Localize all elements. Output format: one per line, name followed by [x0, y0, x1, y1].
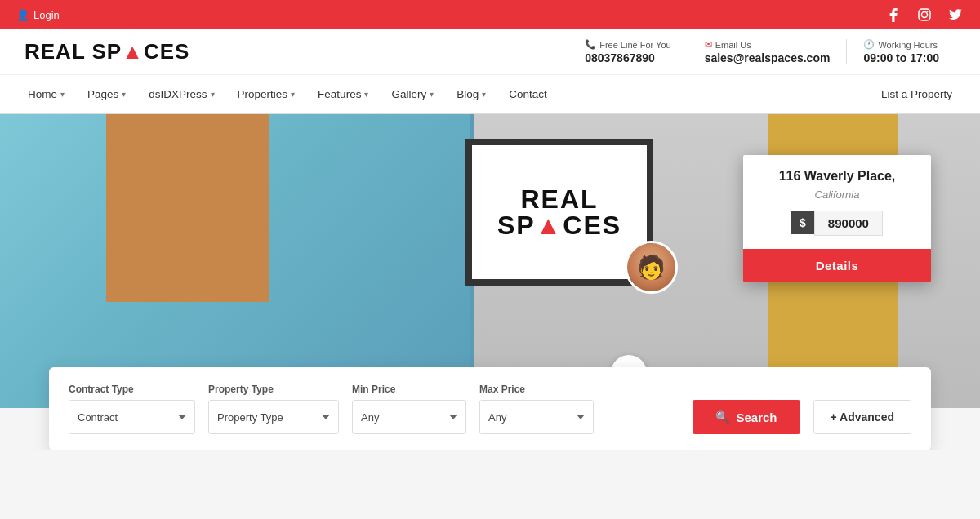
login-area[interactable]: 👤 Login — [16, 9, 60, 21]
property-price-row: $ 890000 — [756, 211, 918, 236]
contact-hours-value: 09:00 to 17:00 — [863, 51, 939, 64]
property-card-body: 116 Waverly Place, California $ 890000 — [743, 155, 931, 249]
contract-type-label: Contract Type — [69, 384, 195, 395]
max-price-label: Max Price — [479, 384, 594, 395]
nav-features-label: Features — [318, 88, 361, 100]
nav-features[interactable]: Features ▾ — [306, 75, 380, 114]
header-contact: 📞 Free Line For You 08037867890 ✉ Email … — [568, 39, 956, 64]
property-type-field: Property Type Property Type Apartment Ho… — [208, 384, 339, 434]
twitter-icon[interactable] — [947, 7, 964, 23]
advanced-button[interactable]: + Advanced — [813, 400, 911, 434]
nav-properties-label: Properties — [238, 88, 288, 100]
logo[interactable]: REAL SP▲CES — [24, 39, 189, 64]
hero-bg-orange — [106, 114, 270, 302]
nav-gallery[interactable]: Gallery ▾ — [380, 75, 445, 114]
chevron-down-icon: ▾ — [291, 90, 295, 99]
contact-hours: 🕐 Working Hours 09:00 to 17:00 — [847, 39, 956, 64]
chevron-down-icon: ▾ — [430, 90, 434, 99]
property-type-select[interactable]: Property Type Apartment House Land Comme… — [208, 400, 339, 434]
nav-home-label: Home — [28, 88, 57, 100]
chevron-down-icon: ▾ — [60, 90, 65, 99]
nav-dsidxpress-label: dsIDXPress — [149, 88, 207, 100]
nav-pages-label: Pages — [87, 88, 118, 100]
contact-email: ✉ Email Us sales@realspaces.com — [688, 39, 848, 64]
contract-type-select[interactable]: Contract Buy Rent Lease — [69, 400, 195, 434]
nav-properties[interactable]: Properties ▾ — [226, 75, 307, 114]
contact-email-value: sales@realspaces.com — [705, 51, 831, 64]
chevron-down-icon: ▾ — [122, 90, 126, 99]
header: REAL SP▲CES 📞 Free Line For You 08037867… — [0, 29, 980, 75]
chevron-down-icon: ▾ — [482, 90, 486, 99]
svg-rect-0 — [919, 9, 930, 20]
nav-list-property[interactable]: List a Property — [870, 75, 964, 114]
nav-home[interactable]: Home ▾ — [16, 75, 76, 114]
main-nav: Home ▾ Pages ▾ dsIDXPress ▾ Properties ▾… — [0, 75, 980, 114]
search-button[interactable]: 🔍 Search — [693, 400, 800, 434]
contact-phone-value: 08037867890 — [585, 51, 670, 64]
nav-gallery-label: Gallery — [391, 88, 426, 100]
avatar: 🧑 — [625, 241, 678, 294]
instagram-icon[interactable] — [916, 7, 933, 23]
nav-blog-label: Blog — [457, 88, 479, 100]
nav-contact-label: Contact — [509, 88, 547, 100]
hero-logo-text-real: REAL — [520, 186, 598, 212]
property-price: 890000 — [814, 211, 883, 236]
property-location: California — [756, 189, 918, 201]
contact-email-label: Email Us — [715, 40, 751, 50]
top-bar: 👤 Login — [0, 0, 980, 29]
advanced-button-label: + Advanced — [831, 410, 894, 424]
logo-accent: ▲ — [122, 39, 144, 64]
hero-logo-text-spaces: SP▲CES — [497, 212, 621, 238]
nav-blog[interactable]: Blog ▾ — [445, 75, 497, 114]
clock-icon: 🕐 — [863, 39, 875, 50]
nav-list-property-label: List a Property — [881, 88, 952, 100]
details-button[interactable]: Details — [743, 249, 931, 282]
max-price-select[interactable]: Any 200,000 500,000 1,000,000 2,000,000 — [479, 400, 594, 434]
nav-pages[interactable]: Pages ▾ — [76, 75, 137, 114]
nav-contact[interactable]: Contact — [497, 75, 559, 114]
search-bar: Contract Type Contract Buy Rent Lease Pr… — [49, 367, 931, 450]
user-icon: 👤 — [16, 9, 29, 21]
contract-type-field: Contract Type Contract Buy Rent Lease — [69, 384, 195, 434]
contact-hours-label: Working Hours — [878, 40, 938, 50]
min-price-select[interactable]: Any 50,000 100,000 200,000 500,000 — [352, 400, 466, 434]
svg-point-2 — [927, 11, 929, 13]
property-card: 116 Waverly Place, California $ 890000 D… — [743, 155, 931, 282]
chevron-down-icon: ▾ — [211, 90, 215, 99]
property-type-label: Property Type — [208, 384, 339, 395]
login-label[interactable]: Login — [33, 9, 60, 21]
svg-point-1 — [922, 12, 928, 18]
chevron-down-icon: ▾ — [364, 90, 368, 99]
social-links — [885, 7, 964, 23]
min-price-label: Min Price — [352, 384, 466, 395]
min-price-field: Min Price Any 50,000 100,000 200,000 500… — [352, 384, 466, 434]
nav-dsidxpress[interactable]: dsIDXPress ▾ — [137, 75, 225, 114]
facebook-icon[interactable] — [885, 7, 902, 23]
avatar-image: 🧑 — [627, 243, 675, 291]
price-dollar-sign: $ — [791, 211, 814, 234]
email-icon: ✉ — [705, 39, 712, 50]
phone-icon: 📞 — [585, 39, 596, 50]
hero-section: REAL SP▲CES 🧑 ✉ 116 Waverly Place, Calif… — [0, 114, 980, 408]
search-button-label: Search — [736, 410, 777, 424]
contact-phone-label: Free Line For You — [599, 40, 670, 50]
property-address: 116 Waverly Place, — [756, 168, 918, 185]
contact-phone: 📞 Free Line For You 08037867890 — [568, 39, 688, 64]
max-price-field: Max Price Any 200,000 500,000 1,000,000 … — [479, 384, 594, 434]
search-icon: 🔍 — [715, 410, 729, 424]
